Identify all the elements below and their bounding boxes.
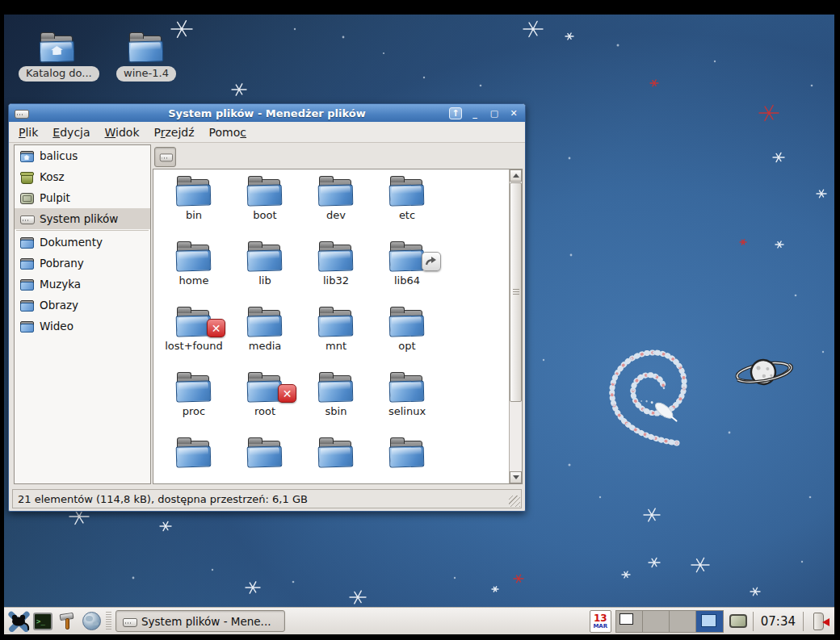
sidebar-item-kosz[interactable]: Kosz bbox=[15, 166, 150, 187]
folder-icon bbox=[19, 299, 34, 312]
shade-button[interactable]: ↑ bbox=[449, 107, 462, 119]
sidebar-item-wideo[interactable]: Wideo bbox=[15, 316, 150, 337]
file-name: home bbox=[179, 274, 209, 287]
file-item-lost+found[interactable]: ✕lost+found bbox=[158, 307, 229, 372]
file-item-boot[interactable]: boot bbox=[229, 176, 300, 241]
file-view[interactable]: binbootdevetchomeliblib32lib64✕lost+foun… bbox=[153, 169, 523, 484]
sidebar-item-system-plików[interactable]: System plików bbox=[15, 208, 150, 229]
file-name: selinux bbox=[388, 405, 426, 417]
vertical-scrollbar[interactable] bbox=[509, 169, 522, 483]
window-titlebar[interactable]: System plików - Menedżer plików ↑ _ ▢ ✕ bbox=[9, 104, 525, 122]
folder-icon bbox=[128, 32, 165, 62]
file-item-sbin[interactable]: sbin bbox=[300, 372, 372, 437]
folder-icon bbox=[19, 320, 34, 333]
file-name: lib64 bbox=[394, 274, 420, 287]
task-button-file-manager[interactable]: System plików - Mene... bbox=[116, 610, 285, 632]
close-button[interactable]: ✕ bbox=[507, 107, 520, 119]
settings-launcher[interactable] bbox=[55, 609, 79, 634]
file-item[interactable] bbox=[372, 437, 443, 484]
workspace-window bbox=[701, 614, 716, 627]
workspace-4[interactable] bbox=[696, 611, 723, 632]
folder-icon bbox=[246, 307, 284, 337]
file-item-lib[interactable]: lib bbox=[229, 241, 300, 307]
menu-item-przejdź[interactable]: Przejdź bbox=[148, 123, 201, 141]
file-item-etc[interactable]: etc bbox=[372, 176, 443, 241]
browser-launcher[interactable] bbox=[79, 609, 103, 634]
file-item-dev[interactable]: dev bbox=[300, 176, 372, 241]
menu-item-edycja[interactable]: Edycja bbox=[46, 123, 96, 141]
desktop-icon-wine[interactable]: wine-1.4 bbox=[107, 32, 185, 82]
file-item[interactable] bbox=[229, 437, 300, 484]
file-name: root bbox=[254, 405, 275, 417]
resize-grip[interactable] bbox=[509, 496, 520, 507]
scroll-up-button[interactable] bbox=[510, 169, 522, 182]
sidebar-item-pobrany[interactable]: Pobrany bbox=[15, 253, 150, 274]
path-bar bbox=[153, 144, 523, 169]
path-button-filesystem[interactable] bbox=[154, 147, 176, 167]
menu-item-plik[interactable]: Plik bbox=[12, 123, 44, 141]
calendar-month: MAR bbox=[593, 624, 607, 630]
folder-icon bbox=[317, 241, 355, 271]
scrollbar-thumb[interactable] bbox=[510, 182, 522, 402]
file-item-opt[interactable]: opt bbox=[372, 307, 443, 372]
file-name: media bbox=[249, 340, 282, 352]
menu-item-widok[interactable]: Widok bbox=[99, 123, 146, 141]
workspace-window bbox=[620, 613, 633, 625]
workspace-2[interactable] bbox=[643, 611, 670, 632]
workspace-1[interactable] bbox=[616, 611, 643, 632]
sidebar-item-label: Obrazy bbox=[40, 299, 78, 312]
minimize-button[interactable]: _ bbox=[468, 107, 481, 119]
folder-icon: ✕ bbox=[175, 307, 212, 337]
taskbar: >_ System plików - Mene... 13 MAR 07:34 bbox=[4, 607, 834, 634]
panel-grip[interactable] bbox=[106, 612, 111, 631]
file-name: bin bbox=[186, 209, 202, 221]
menu-item-pomoc[interactable]: Pomoc bbox=[203, 123, 253, 141]
file-name: dev bbox=[326, 209, 346, 221]
menu-bar: PlikEdycjaWidokPrzejdźPomoc bbox=[9, 122, 525, 143]
file-item-selinux[interactable]: selinux bbox=[372, 372, 443, 437]
desktop-icon-home[interactable]: Katalog do... bbox=[19, 32, 96, 82]
sidebar-item-muzyka[interactable]: Muzyka bbox=[15, 274, 150, 295]
file-grid: binbootdevetchomeliblib32lib64✕lost+foun… bbox=[158, 176, 501, 484]
drive-icon bbox=[19, 212, 34, 225]
file-item-home[interactable]: home bbox=[158, 241, 229, 307]
folder-icon bbox=[317, 372, 355, 402]
file-name: mnt bbox=[326, 340, 346, 352]
logout-button[interactable] bbox=[808, 609, 832, 634]
xfce-mouse-icon bbox=[8, 611, 30, 632]
workspace-3[interactable] bbox=[670, 611, 696, 632]
file-pane: binbootdevetchomeliblib32lib64✕lost+foun… bbox=[153, 144, 523, 484]
file-item[interactable] bbox=[158, 437, 229, 484]
file-name: lost+found bbox=[165, 340, 223, 352]
file-item-lib64[interactable]: lib64 bbox=[372, 241, 443, 307]
file-item-root[interactable]: ✕root bbox=[229, 372, 300, 437]
sidebar-item-balicus[interactable]: balicus bbox=[15, 145, 150, 166]
drive-icon bbox=[122, 615, 136, 628]
file-item-proc[interactable]: proc bbox=[158, 372, 229, 437]
xfce-menu-button[interactable] bbox=[6, 609, 31, 634]
sidebar-item-label: balicus bbox=[40, 149, 78, 162]
scroll-down-button[interactable] bbox=[510, 471, 522, 483]
file-item-bin[interactable]: bin bbox=[158, 176, 229, 241]
file-item-media[interactable]: media bbox=[229, 307, 300, 372]
tray-separator bbox=[753, 612, 754, 631]
file-name: lib bbox=[258, 274, 271, 287]
sidebar-item-label: Kosz bbox=[40, 170, 65, 183]
file-item-lib32[interactable]: lib32 bbox=[300, 241, 372, 307]
workspace-pager bbox=[615, 610, 724, 633]
sidebar-item-obrazy[interactable]: Obrazy bbox=[15, 295, 150, 316]
terminal-launcher[interactable]: >_ bbox=[31, 609, 55, 634]
sidebar-item-dokumenty[interactable]: Dokumenty bbox=[15, 232, 150, 253]
task-button-label: System plików - Mene... bbox=[141, 615, 271, 628]
folder-icon bbox=[388, 372, 426, 402]
sidebar-item-pulpit[interactable]: Pulpit bbox=[15, 187, 150, 208]
maximize-button[interactable]: ▢ bbox=[488, 107, 501, 119]
sidebar-item-label: Pulpit bbox=[40, 191, 70, 204]
folder-icon bbox=[19, 257, 34, 270]
show-desktop-button[interactable] bbox=[728, 611, 749, 632]
file-item-mnt[interactable]: mnt bbox=[300, 307, 372, 372]
calendar-widget[interactable]: 13 MAR bbox=[590, 610, 611, 633]
trash-icon bbox=[19, 170, 34, 183]
file-item[interactable] bbox=[300, 437, 372, 484]
folder-icon bbox=[388, 437, 426, 467]
